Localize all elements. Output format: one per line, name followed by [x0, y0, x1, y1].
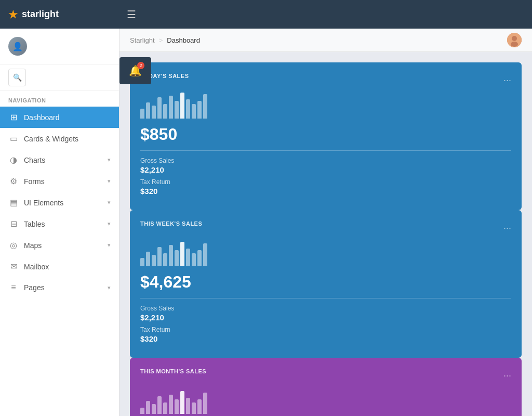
notification-popup: 🔔 2 [119, 57, 151, 84]
sales-amount-today: $850 [140, 125, 511, 144]
brand-star-icon: ★ [8, 8, 18, 21]
main-content: TODAY'S SALES...$850Gross Sales$2,210Tax… [119, 52, 532, 416]
chart-bar [180, 93, 184, 119]
sales-menu-month[interactable]: ... [503, 368, 511, 379]
sidebar-item-label-forms: Forms [24, 177, 45, 186]
chart-bar [140, 258, 144, 266]
chart-bar [197, 399, 202, 414]
chart-bar [146, 401, 150, 414]
chart-bar [152, 404, 156, 414]
sidebar-item-forms[interactable]: ⚙Forms▾ [0, 171, 119, 192]
breadcrumb-home[interactable]: Starlight [130, 36, 155, 44]
content-area: Starlight > Dashboard 🔔 2 [119, 29, 532, 416]
sidebar: 👤 🔍 NAVIGATION ⊞Dashboard▭Cards & Widget… [0, 29, 119, 416]
chart-bar [169, 245, 173, 266]
chart-bar [186, 249, 190, 266]
sidebar-item-pages[interactable]: ≡Pages▾ [0, 277, 119, 298]
chart-bar [180, 242, 184, 266]
sidebar-item-label-pages: Pages [24, 283, 45, 292]
sales-divider [140, 150, 511, 151]
chart-bar [192, 402, 196, 414]
chart-bar [146, 102, 150, 119]
sidebar-item-dashboard[interactable]: ⊞Dashboard [0, 107, 119, 128]
sales-title-month: THIS MONTH'S SALES [140, 368, 206, 374]
sidebar-item-charts[interactable]: ◑Charts▾ [0, 149, 119, 171]
tables-chevron-icon: ▾ [108, 220, 111, 227]
chart-bar [169, 96, 173, 119]
sidebar-item-label-tables: Tables [24, 220, 45, 228]
sidebar-item-mailbox[interactable]: ✉Mailbox [0, 256, 119, 277]
sidebar-item-label-mailbox: Mailbox [24, 263, 49, 271]
sidebar-item-maps[interactable]: ◎Maps▾ [0, 235, 119, 256]
chart-bar [157, 97, 162, 119]
chart-bar [175, 399, 179, 414]
sales-tax-value-week: $320 [140, 334, 511, 343]
sidebar-item-label-cards: Cards & Widgets [24, 135, 78, 143]
chart-bar [192, 253, 196, 266]
nav-label: NAVIGATION [0, 91, 119, 107]
sidebar-item-label-ui-elements: UI Elements [24, 199, 63, 207]
sales-card-today: TODAY'S SALES...$850Gross Sales$2,210Tax… [130, 62, 522, 210]
chart-bar [175, 101, 179, 119]
forms-chevron-icon: ▾ [108, 178, 111, 185]
breadcrumb-current: Dashboard [167, 36, 200, 44]
sales-cards-container: TODAY'S SALES...$850Gross Sales$2,210Tax… [130, 62, 522, 416]
chart-bar [203, 393, 207, 414]
chart-bar [157, 396, 162, 414]
brand-logo: ★ starlight [8, 8, 123, 21]
sidebar-item-ui-elements[interactable]: ▤UI Elements▾ [0, 192, 119, 213]
sidebar-item-label-dashboard: Dashboard [24, 113, 60, 122]
chart-bar [169, 395, 173, 414]
sales-title-week: THIS WEEK'S SALES [140, 220, 202, 227]
sales-chart-month [140, 385, 511, 414]
breadcrumb-user [507, 33, 522, 47]
forms-icon: ⚙ [8, 176, 19, 186]
chart-bar [203, 94, 207, 119]
mailbox-icon: ✉ [8, 262, 19, 271]
breadcrumb-avatar [507, 33, 522, 47]
top-navbar: ★ starlight ☰ [0, 0, 532, 29]
chart-bar [163, 402, 167, 414]
sales-divider [140, 298, 511, 298]
sidebar-item-label-charts: Charts [24, 156, 45, 164]
sales-tax-label-today: Tax Return [140, 178, 511, 186]
sidebar-item-cards[interactable]: ▭Cards & Widgets [0, 128, 119, 149]
pages-icon: ≡ [8, 283, 19, 292]
sales-tax-label-week: Tax Return [140, 326, 511, 333]
sidebar-item-tables[interactable]: ⊟Tables▾ [0, 213, 119, 235]
sales-card-week: THIS WEEK'S SALES...$4,625Gross Sales$2,… [130, 210, 522, 358]
chart-bar [152, 255, 156, 266]
search-button[interactable]: 🔍 [8, 69, 26, 86]
sidebar-item-label-maps: Maps [24, 241, 42, 250]
chart-bar [186, 398, 190, 414]
sales-gross-label-today: Gross Sales [140, 157, 511, 164]
chart-bar [197, 250, 202, 266]
tables-icon: ⊟ [8, 219, 19, 229]
charts-icon: ◑ [8, 155, 19, 165]
chart-bar [157, 247, 162, 267]
search-icon: 🔍 [13, 73, 22, 82]
chart-bar [140, 109, 144, 119]
sales-menu-today[interactable]: ... [503, 73, 511, 84]
chart-bar [140, 408, 144, 414]
sales-gross-value-today: $2,210 [140, 165, 511, 174]
user-avatar: 👤 [8, 37, 27, 56]
notification-badge: 2 [137, 62, 144, 69]
notification-bell[interactable]: 🔔 2 [129, 64, 142, 77]
chart-bar [163, 104, 167, 119]
sales-amount-week: $4,625 [140, 272, 511, 292]
sidebar-user: 👤 [0, 29, 119, 64]
hamburger-icon[interactable]: ☰ [127, 8, 136, 21]
charts-chevron-icon: ▾ [108, 157, 111, 163]
sales-card-header-today: TODAY'S SALES... [140, 73, 511, 84]
sales-menu-week[interactable]: ... [503, 220, 511, 231]
chart-bar [180, 391, 184, 414]
dashboard-icon: ⊞ [8, 112, 19, 122]
sales-gross-label-week: Gross Sales [140, 305, 511, 312]
chart-bar [203, 243, 207, 266]
sales-chart-today [140, 90, 511, 119]
maps-icon: ◎ [8, 240, 19, 250]
chart-bar [152, 106, 156, 119]
nav-items-container: ⊞Dashboard▭Cards & Widgets◑Charts▾⚙Forms… [0, 107, 119, 298]
ui-elements-icon: ▤ [8, 198, 19, 207]
